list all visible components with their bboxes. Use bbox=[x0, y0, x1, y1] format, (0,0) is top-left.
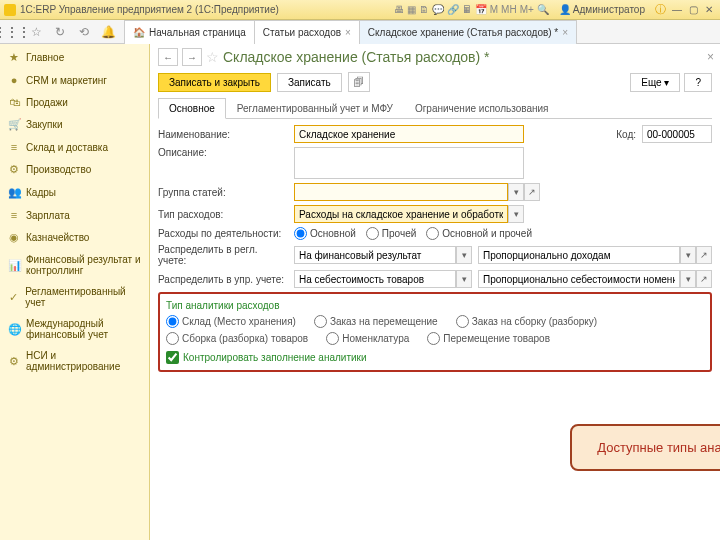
analytics-assembly-order[interactable]: Заказ на сборку (разборку) bbox=[456, 315, 597, 328]
sidebar-icon: ⚙ bbox=[8, 355, 20, 368]
analytics-assembly[interactable]: Сборка (разборка) товаров bbox=[166, 332, 308, 345]
sidebar-item-11[interactable]: 🌐Международный финансовый учет bbox=[0, 313, 149, 345]
sidebar-item-1[interactable]: ●CRM и маркетинг bbox=[0, 69, 149, 91]
user-icon: 👤 bbox=[559, 4, 571, 15]
print-icon[interactable]: 🖶 bbox=[394, 4, 404, 15]
calc-icon[interactable]: 🖩 bbox=[462, 4, 472, 15]
info-icon[interactable]: ⓘ bbox=[655, 2, 666, 17]
report-button[interactable]: 🗐 bbox=[348, 72, 370, 92]
link-icon[interactable]: 🔗 bbox=[447, 4, 459, 15]
dropdown-icon[interactable]: ▾ bbox=[680, 246, 696, 264]
sidebar-item-4[interactable]: ≡Склад и доставка bbox=[0, 136, 149, 158]
type-input[interactable] bbox=[294, 205, 508, 223]
dropdown-icon[interactable]: ▾ bbox=[456, 270, 472, 288]
sidebar-icon: ≡ bbox=[8, 141, 20, 153]
save-close-button[interactable]: Записать и закрыть bbox=[158, 73, 271, 92]
save-button[interactable]: Записать bbox=[277, 73, 342, 92]
analytics-nomenclature[interactable]: Номенклатура bbox=[326, 332, 409, 345]
activity-label: Расходы по деятельности: bbox=[158, 228, 288, 239]
open-icon[interactable]: ↗ bbox=[696, 246, 712, 264]
nav-back-icon[interactable]: ⟲ bbox=[76, 24, 92, 40]
main-toolbar: ⋮⋮⋮ ☆ ↻ ⟲ 🔔 🏠 Начальная страница Статьи … bbox=[0, 20, 720, 44]
dropdown-icon[interactable]: ▾ bbox=[680, 270, 696, 288]
tab-home[interactable]: 🏠 Начальная страница bbox=[124, 20, 255, 44]
inner-tab-limit[interactable]: Ограничение использования bbox=[404, 98, 560, 118]
regl-input-2[interactable] bbox=[478, 246, 680, 264]
sidebar-label: Финансовый результат и контроллинг bbox=[26, 254, 141, 276]
sidebar-icon: 🛒 bbox=[8, 118, 20, 131]
dropdown-icon[interactable]: ▾ bbox=[508, 183, 524, 201]
help-button[interactable]: ? bbox=[684, 73, 712, 92]
sidebar-label: Регламентированный учет bbox=[25, 286, 141, 308]
m-icon[interactable]: М bbox=[490, 4, 498, 15]
name-label: Наименование: bbox=[158, 129, 288, 140]
chat-icon[interactable]: 💬 bbox=[432, 4, 444, 15]
activity-radio-group: Основной Прочей Основной и прочей bbox=[294, 227, 532, 240]
desc-input[interactable] bbox=[294, 147, 524, 179]
sidebar-icon: ★ bbox=[8, 51, 20, 64]
regl-label: Распределить в регл. учете: bbox=[158, 244, 288, 266]
regl-input-1[interactable] bbox=[294, 246, 456, 264]
dropdown-icon[interactable]: ▾ bbox=[456, 246, 472, 264]
minimize-button[interactable]: — bbox=[670, 4, 684, 16]
sidebar-label: CRM и маркетинг bbox=[26, 75, 107, 86]
sidebar-item-7[interactable]: ≡Зарплата bbox=[0, 204, 149, 226]
open-icon[interactable]: ↗ bbox=[696, 270, 712, 288]
activity-main[interactable]: Основной bbox=[294, 227, 356, 240]
sidebar-item-6[interactable]: 👥Кадры bbox=[0, 181, 149, 204]
more-button[interactable]: Еще ▾ bbox=[630, 73, 680, 92]
sidebar-item-3[interactable]: 🛒Закупки bbox=[0, 113, 149, 136]
tab-expense-items[interactable]: Статьи расходов × bbox=[254, 20, 360, 44]
upr-input-2[interactable] bbox=[478, 270, 680, 288]
history-icon[interactable]: ↻ bbox=[52, 24, 68, 40]
search-icon[interactable]: 🔍 bbox=[537, 4, 549, 15]
back-button[interactable]: ← bbox=[158, 48, 178, 66]
analytics-transfer[interactable]: Перемещение товаров bbox=[427, 332, 550, 345]
sidebar-item-12[interactable]: ⚙НСИ и администрирование bbox=[0, 345, 149, 377]
page-close-icon[interactable]: × bbox=[707, 50, 714, 64]
titlebar-icons: 🖶 ▦ 🗎 💬 🔗 🖩 📅 М МН М+ 🔍 bbox=[394, 4, 549, 15]
star-icon[interactable]: ☆ bbox=[28, 24, 44, 40]
sidebar-item-8[interactable]: ◉Казначейство bbox=[0, 226, 149, 249]
analytics-transfer-order[interactable]: Заказ на перемещение bbox=[314, 315, 438, 328]
grid-icon[interactable]: ▦ bbox=[407, 4, 416, 15]
sidebar-label: Продажи bbox=[26, 97, 68, 108]
apps-icon[interactable]: ⋮⋮⋮ bbox=[4, 24, 20, 40]
close-button[interactable]: ✕ bbox=[702, 4, 716, 16]
code-input[interactable] bbox=[642, 125, 712, 143]
sidebar-item-5[interactable]: ⚙Производство bbox=[0, 158, 149, 181]
sidebar-item-2[interactable]: 🛍Продажи bbox=[0, 91, 149, 113]
app-title: 1С:ERP Управление предприятием 2 (1С:Пре… bbox=[20, 4, 390, 15]
inner-tab-main[interactable]: Основное bbox=[158, 98, 226, 119]
open-icon[interactable]: ↗ bbox=[524, 183, 540, 201]
activity-both[interactable]: Основной и прочей bbox=[426, 227, 532, 240]
mplus-icon[interactable]: М+ bbox=[520, 4, 534, 15]
doc-icon[interactable]: 🗎 bbox=[419, 4, 429, 15]
sidebar-icon: ✓ bbox=[8, 291, 19, 304]
calendar-icon[interactable]: 📅 bbox=[475, 4, 487, 15]
sidebar-item-0[interactable]: ★Главное bbox=[0, 46, 149, 69]
sidebar-label: НСИ и администрирование bbox=[26, 350, 120, 372]
maximize-button[interactable]: ▢ bbox=[686, 4, 700, 16]
mn-icon[interactable]: МН bbox=[501, 4, 517, 15]
close-icon[interactable]: × bbox=[345, 27, 351, 38]
dropdown-icon[interactable]: ▾ bbox=[508, 205, 524, 223]
upr-label: Распределить в упр. учете: bbox=[158, 274, 288, 285]
sidebar-icon: 👥 bbox=[8, 186, 20, 199]
sidebar-item-10[interactable]: ✓Регламентированный учет bbox=[0, 281, 149, 313]
user-label[interactable]: 👤 Администратор bbox=[559, 4, 645, 15]
forward-button[interactable]: → bbox=[182, 48, 202, 66]
close-icon[interactable]: × bbox=[562, 27, 568, 38]
favorite-icon[interactable]: ☆ bbox=[206, 49, 219, 65]
group-input[interactable] bbox=[294, 183, 508, 201]
sidebar-item-9[interactable]: 📊Финансовый результат и контроллинг bbox=[0, 249, 149, 281]
activity-other[interactable]: Прочей bbox=[366, 227, 416, 240]
upr-input-1[interactable] bbox=[294, 270, 456, 288]
inner-tab-regl[interactable]: Регламентированный учет и МФУ bbox=[226, 98, 404, 118]
analytics-control-check[interactable]: Контролировать заполнение аналитики bbox=[166, 351, 704, 364]
page-title: Складское хранение (Статья расходов) * bbox=[223, 49, 490, 65]
analytics-warehouse[interactable]: Склад (Место хранения) bbox=[166, 315, 296, 328]
tab-storage-expense[interactable]: Складское хранение (Статья расходов) * × bbox=[359, 20, 577, 44]
name-input[interactable] bbox=[294, 125, 524, 143]
bell-icon[interactable]: 🔔 bbox=[100, 24, 116, 40]
